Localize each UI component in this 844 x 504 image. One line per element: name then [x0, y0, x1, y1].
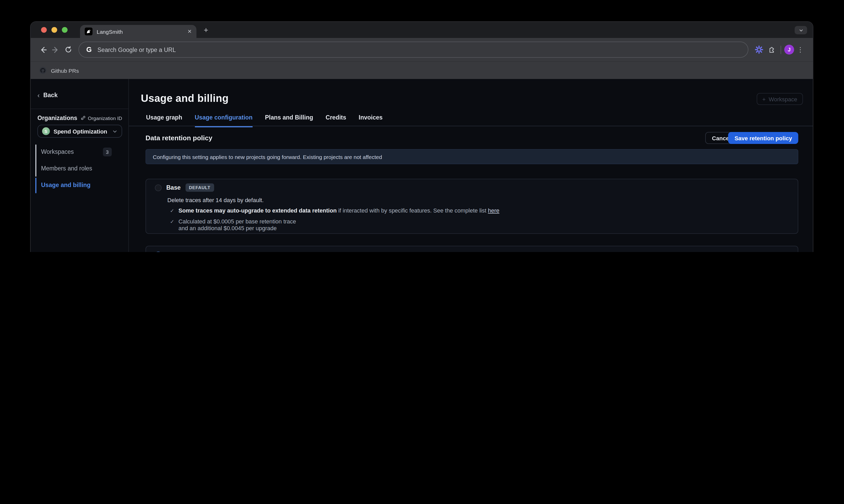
complete-list-link[interactable]: here [488, 207, 499, 214]
tab-usage-graph[interactable]: Usage graph [146, 114, 182, 127]
back-label: Back [43, 92, 58, 98]
base-radio[interactable] [155, 184, 162, 191]
close-tab-icon[interactable]: ✕ [187, 29, 192, 34]
organizations-label: Organizations [37, 115, 77, 121]
organization-selector[interactable]: S Spend Optimization Tu... [37, 125, 122, 138]
retention-info-banner: Configuring this setting applies to new … [145, 149, 798, 164]
menu-dots-icon[interactable]: ⋮ [794, 43, 807, 56]
sidebar-item-workspaces[interactable]: Workspaces 3 [31, 143, 128, 160]
browser-toolbar: G Search Google or type a URL J ⋮ [31, 38, 813, 61]
browser-tab[interactable]: LangSmith ✕ [80, 25, 196, 38]
back-icon[interactable] [37, 43, 49, 56]
base-bullet-pricing: ✓ Calculated at $0.0005 per base retenti… [170, 218, 798, 232]
app-content: ‹ Back Organizations Organization ID S S… [31, 79, 813, 252]
organizations-header: Organizations Organization ID [37, 115, 122, 121]
plus-icon: + [762, 96, 766, 102]
tab-credits[interactable]: Credits [326, 114, 346, 127]
github-icon [39, 67, 47, 74]
default-badge: DEFAULT [185, 183, 214, 192]
extension-spark-icon[interactable] [753, 43, 765, 56]
sidebar-item-usage-and-billing[interactable]: Usage and billing [31, 177, 128, 193]
workspaces-count-badge: 3 [103, 147, 112, 156]
tab-title: LangSmith [97, 28, 183, 35]
bookmark-github-prs[interactable]: Github PRs [51, 67, 79, 73]
org-selector-value: Spend Optimization Tu... [54, 128, 109, 134]
billing-tabs: Usage graph Usage configuration Plans an… [146, 114, 382, 127]
save-retention-policy-button[interactable]: Save retention policy [729, 132, 798, 144]
retention-option-extended[interactable]: Extended All traces are retained for 400… [145, 246, 798, 252]
org-avatar: S [42, 127, 50, 135]
tabs-divider [129, 126, 813, 126]
main-panel: Usage and billing + Workspace Usage grap… [129, 79, 813, 252]
maximize-window-button[interactable] [62, 27, 68, 33]
langsmith-favicon-icon [85, 28, 92, 35]
window-controls [41, 27, 68, 33]
nav-rail-active [35, 178, 36, 193]
browser-window: LangSmith ✕ + G Search Google or type a … [31, 22, 813, 252]
page-title: Usage and billing [141, 92, 229, 105]
bookmarks-bar: Github PRs [31, 61, 813, 79]
back-button[interactable]: ‹ Back [37, 92, 58, 98]
address-bar[interactable]: G Search Google or type a URL [78, 41, 748, 58]
extended-radio[interactable] [155, 251, 162, 252]
reload-icon[interactable] [62, 43, 74, 56]
link-icon [80, 115, 86, 121]
nav-rail [35, 144, 36, 177]
tab-strip: LangSmith ✕ + [31, 22, 813, 38]
extensions-puzzle-icon[interactable] [765, 43, 777, 56]
retention-option-base[interactable]: Base DEFAULT Delete traces after 14 days… [145, 179, 798, 234]
base-description: Delete traces after 14 days by default. [167, 197, 798, 203]
retention-heading: Data retention policy [145, 134, 212, 142]
tab-usage-configuration[interactable]: Usage configuration [195, 114, 252, 127]
close-window-button[interactable] [41, 27, 47, 33]
sidebar: ‹ Back Organizations Organization ID S S… [31, 79, 129, 252]
toolbar-divider [780, 46, 781, 54]
base-bullet-upgrade: ✓ Some traces may auto-upgrade to extend… [170, 207, 798, 214]
profile-avatar[interactable]: J [784, 45, 794, 55]
tab-search-button[interactable] [795, 26, 807, 34]
minimize-window-button[interactable] [51, 27, 57, 33]
address-bar-placeholder: Search Google or type a URL [97, 47, 176, 53]
tab-invoices[interactable]: Invoices [359, 114, 382, 127]
add-workspace-button[interactable]: + Workspace [756, 93, 803, 105]
sidebar-nav: Workspaces 3 Members and roles Usage and… [31, 143, 128, 193]
organization-id-link[interactable]: Organization ID [80, 115, 122, 121]
sidebar-item-members-and-roles[interactable]: Members and roles [31, 160, 128, 177]
google-icon: G [86, 46, 92, 54]
tab-plans-and-billing[interactable]: Plans and Billing [265, 114, 313, 127]
chevron-left-icon: ‹ [37, 92, 40, 98]
sidebar-divider [31, 109, 128, 109]
forward-icon[interactable] [49, 43, 62, 56]
screen: LangSmith ✕ + G Search Google or type a … [0, 0, 844, 252]
check-icon: ✓ [170, 218, 174, 232]
new-tab-button[interactable]: + [204, 26, 209, 34]
chevron-down-icon [112, 129, 118, 134]
check-icon: ✓ [170, 207, 174, 214]
